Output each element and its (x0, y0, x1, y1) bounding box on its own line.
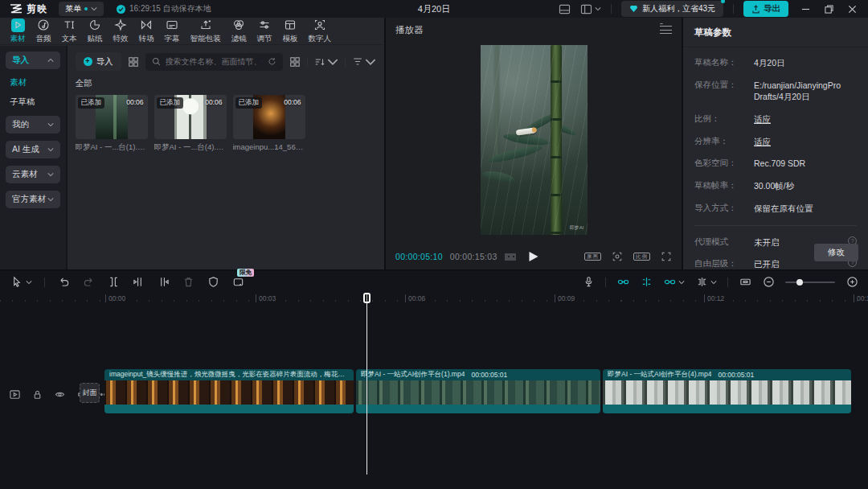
tab-filters[interactable]: 滤镜 (226, 18, 252, 44)
sidebar-group-mine[interactable]: 我的 (6, 116, 60, 134)
menu-button[interactable]: 菜单 (59, 2, 104, 16)
sidebar-group-ai[interactable]: AI 生成 (6, 141, 60, 158)
ruler-label: 00:00 (105, 294, 125, 302)
close-button[interactable] (848, 5, 857, 14)
restore-button[interactable] (825, 5, 833, 14)
tab-media[interactable]: 素材 (5, 18, 31, 44)
record-audio-button[interactable] (582, 276, 595, 289)
sidebar-group-cloud[interactable]: 云素材 (6, 166, 60, 183)
media-card[interactable]: 已添加 00:06 即梦AI - 一...台(1).mp4 (76, 95, 148, 153)
promo-button[interactable]: 新人福利，立省43元 (621, 1, 723, 17)
player-menu-button[interactable] (660, 26, 672, 35)
sidebar-item-material[interactable]: 素材 (6, 77, 60, 88)
quality-button[interactable]: 原画 (584, 253, 601, 261)
timeline-zoom-slider[interactable] (785, 277, 835, 287)
media-panel: 素材 音频 文本 贴纸 特效 转场 (0, 18, 384, 269)
sidebar-item-subdraft[interactable]: 子草稿 (6, 97, 60, 108)
export-upload-icon (751, 5, 760, 14)
select-tool-button[interactable] (10, 276, 32, 289)
effects-star-icon (114, 18, 128, 32)
media-thumbnail: 已添加 00:06 (233, 95, 305, 139)
timeline-clip-2[interactable]: 即梦AI - 一站式AI创作平台(1).mp4 00:00:05:01 (356, 369, 600, 413)
auto-snap-toggle[interactable] (640, 276, 653, 289)
param-label: 分辨率： (694, 136, 754, 147)
resolution-value-link[interactable]: 适应 (754, 136, 857, 148)
duration-label: 00:06 (205, 98, 222, 106)
chevron-down-icon (365, 56, 376, 68)
param-label: 导入方式： (694, 203, 754, 214)
tab-audio[interactable]: 音频 (31, 18, 56, 44)
group-view-icon[interactable] (128, 56, 139, 68)
tab-captions[interactable]: 字幕 (159, 18, 185, 44)
clip-title: 即梦AI - 一站式AI创作平台(4).mp4 (608, 370, 711, 380)
grid-view-icon[interactable] (289, 56, 301, 68)
divider (733, 4, 734, 14)
captions-icon (166, 18, 179, 32)
fit-timeline-button[interactable] (739, 276, 751, 289)
delete-button[interactable] (182, 276, 194, 289)
refresh-icon[interactable] (268, 57, 276, 66)
slider-handle[interactable] (796, 279, 803, 286)
tab-text[interactable]: 文本 (56, 18, 82, 44)
linkage-toggle[interactable] (663, 276, 685, 289)
search-icon (152, 57, 161, 66)
timeline-clip-1[interactable]: imageinput_镜头缓慢推进，烛光微微摇曳，光影在瓷器碎片表面流动，梅花枝… (104, 369, 354, 413)
play-button[interactable] (530, 252, 538, 261)
focus-button[interactable] (612, 251, 623, 262)
layout-panel-icon[interactable] (559, 4, 571, 14)
file-name: 即梦AI - 一...台(1).mp4 (76, 142, 148, 153)
tab-transitions[interactable]: 转场 (133, 18, 159, 44)
added-badge: 已添加 (235, 97, 263, 109)
smart-edit-button[interactable]: 限免 (231, 276, 244, 289)
split-button[interactable] (107, 276, 120, 289)
preview-axis-toggle[interactable] (695, 276, 717, 289)
tab-smart-packaging[interactable]: 智能包装 (185, 18, 226, 44)
tab-digital-human[interactable]: 数字人 (303, 18, 337, 44)
duration-label: 00:06 (284, 98, 301, 106)
search-box[interactable] (145, 53, 284, 71)
freeze-frame-button[interactable] (207, 276, 219, 289)
redo-button[interactable] (82, 276, 95, 289)
param-label: 草稿名称： (694, 57, 754, 68)
player-menu-dot (660, 23, 663, 24)
filter-button[interactable] (352, 56, 376, 68)
app-name: 剪映 (27, 2, 47, 16)
playhead-line[interactable] (366, 293, 367, 475)
media-card[interactable]: 已添加 00:06 imageinpu...14_56.mp4 (233, 95, 305, 153)
sort-button[interactable] (314, 56, 338, 68)
zoom-in-button[interactable] (845, 276, 858, 289)
minimize-button[interactable] (801, 5, 810, 14)
clip-duration: 00:00:05:01 (471, 371, 507, 379)
timeline-clip-3[interactable]: 即梦AI - 一站式AI创作平台(4).mp4 00:00:05:01 (603, 369, 851, 413)
playhead-handle[interactable] (363, 293, 371, 303)
lock-track-icon[interactable] (31, 388, 43, 401)
timeline-ruler[interactable]: 00:00 00:03 00:06 00:09 00:12 00:15 (0, 293, 868, 304)
sidebar-import[interactable]: 导入 (6, 51, 60, 69)
fullscreen-button[interactable] (661, 251, 672, 262)
main-track-magnet-toggle[interactable] (616, 276, 629, 289)
media-card[interactable]: 已添加 00:06 即梦AI - 一...台(4).mp4 (154, 95, 227, 153)
text-icon (63, 18, 76, 32)
ratio-button[interactable]: 比例 (633, 253, 650, 261)
layout-switch-button[interactable] (580, 4, 601, 14)
hide-track-icon[interactable] (53, 388, 66, 401)
cover-button[interactable]: 封面 (80, 383, 100, 403)
trim-right-button[interactable] (157, 276, 170, 289)
export-button[interactable]: 导出 (743, 1, 788, 17)
search-input[interactable] (166, 57, 264, 66)
tab-templates[interactable]: 模板 (277, 18, 303, 44)
tab-sticker[interactable]: 贴纸 (82, 18, 108, 44)
ratio-value-link[interactable]: 适应 (754, 113, 857, 125)
save-location-value: E:/ruanjian/JianyingPro Drafts/4月20日 (754, 80, 857, 103)
clip-duration: 00:00:05:01 (718, 371, 754, 379)
clip-footer (603, 405, 851, 413)
undo-button[interactable] (57, 276, 70, 289)
clip-title: 即梦AI - 一站式AI创作平台(1).mp4 (361, 370, 465, 380)
trim-left-button[interactable] (132, 276, 145, 289)
import-media-button[interactable]: + 导入 (76, 52, 121, 71)
zoom-out-button[interactable] (762, 276, 775, 289)
sidebar-group-official[interactable]: 官方素材 (6, 191, 60, 208)
tab-adjust[interactable]: 调节 (252, 18, 277, 44)
tab-effects[interactable]: 特效 (108, 18, 133, 44)
modify-button[interactable]: 修改 (814, 244, 858, 261)
